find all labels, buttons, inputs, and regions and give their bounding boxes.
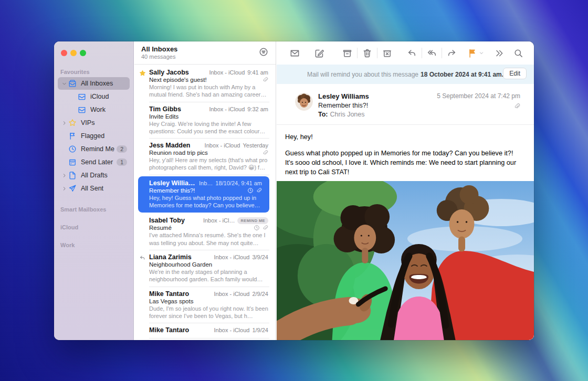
message-row-liana-zarimis[interactable]: Liana ZarimisInbox - iCloud3/9/24 Neighb… bbox=[134, 250, 276, 287]
sidebar-item-vips[interactable]: VIPs bbox=[58, 117, 130, 129]
zoom-window-button[interactable] bbox=[80, 50, 86, 56]
message-row-tim-gibbs[interactable]: Tim GibbsInbox - iCloud9:32 am Invite Ed… bbox=[134, 102, 276, 139]
message-row-isabel-toby[interactable]: Isabel TobyInbox - iCl…REMIND ME Resumé … bbox=[134, 214, 276, 250]
sidebar-item-remind-me[interactable]: Remind Me2 bbox=[58, 143, 130, 155]
paperclip-icon bbox=[262, 77, 268, 83]
message-date: Yesterday bbox=[243, 142, 268, 149]
more-toolbar-items-button[interactable] bbox=[489, 45, 509, 61]
message-list-header: All Inboxes 40 messages bbox=[134, 41, 276, 65]
chevron-down-icon[interactable] bbox=[60, 81, 68, 87]
message-date: 5 September 2024 at 7:42 pm bbox=[437, 92, 520, 100]
paperclip-icon bbox=[262, 225, 268, 231]
message-mailbox: Inbox - iCloud bbox=[205, 142, 240, 149]
close-window-button[interactable] bbox=[61, 50, 67, 56]
message-subject: Neighbourhood Garden bbox=[149, 261, 268, 268]
toolbar bbox=[277, 41, 534, 65]
message-sender: Tim Gibbs bbox=[149, 105, 206, 113]
body-paragraph: Guess what photo popped up in Memories f… bbox=[285, 149, 520, 177]
message-mailbox: Inbox - iCloud bbox=[209, 69, 245, 76]
message-row-mike-tantaro[interactable]: Mike TantaroInbox - iCloud2/9/24 Las Veg… bbox=[134, 287, 276, 324]
sidebar-section-icloud: iCloud bbox=[58, 224, 130, 230]
mailbox-icon-slot bbox=[68, 184, 77, 193]
reminder-date: 18 October 2024 at 9:41 am. bbox=[421, 71, 503, 78]
send-icon bbox=[68, 184, 77, 193]
paperclip-icon bbox=[256, 187, 262, 194]
chevron-right-icon[interactable] bbox=[60, 120, 68, 126]
sidebar-item-all-sent[interactable]: All Sent bbox=[58, 182, 130, 195]
sidebar-item-all-inboxes[interactable]: All Inboxes bbox=[58, 77, 130, 90]
chevron-down-icon bbox=[479, 50, 484, 56]
reply-all-button[interactable] bbox=[422, 45, 442, 61]
message-status-icons bbox=[247, 187, 262, 194]
mailbox-icon-slot bbox=[78, 92, 87, 101]
message-mailbox: Inbox - iCloud bbox=[214, 327, 250, 333]
message-meta: Inbox - iCloud9:41 am bbox=[209, 69, 268, 76]
chevron-down-icon bbox=[61, 81, 67, 87]
message-sender: Mike Tantaro bbox=[149, 290, 211, 298]
photo-attachment[interactable] bbox=[277, 181, 534, 340]
message-sender: Jess Madden bbox=[149, 142, 202, 149]
mailbox-icon-slot bbox=[68, 171, 77, 180]
message-row-lesley-williams[interactable]: Lesley WilliamsInb…18/10/24, 9:41 am Rem… bbox=[138, 176, 269, 213]
message-meta: Inb…18/10/24, 9:41 am bbox=[199, 180, 262, 186]
mailbox-icon-slot bbox=[68, 158, 77, 167]
window-controls bbox=[61, 50, 86, 56]
envelope-icon bbox=[290, 48, 300, 58]
search-button[interactable] bbox=[509, 45, 528, 61]
clock-icon bbox=[254, 225, 260, 231]
message-mailbox: Inbox - iCloud bbox=[214, 291, 250, 297]
minimize-window-button[interactable] bbox=[70, 50, 77, 56]
flag-button[interactable] bbox=[466, 45, 485, 61]
message-status-icons bbox=[254, 225, 268, 231]
sidebar-item-icloud[interactable]: iCloud bbox=[58, 90, 130, 103]
doc-icon bbox=[68, 171, 77, 179]
reply-button[interactable] bbox=[402, 45, 422, 61]
message-row-mike-tantaro[interactable]: Mike TantaroInbox - iCloud1/9/24 bbox=[134, 323, 276, 338]
message-header-meta: 5 September 2024 at 7:42 pm bbox=[437, 92, 520, 118]
message-row-jess-madden[interactable]: Jess MaddenInbox - iCloudYesterday Reuni… bbox=[134, 139, 276, 175]
message-subject: Next episode's guest! bbox=[149, 77, 262, 83]
compose-button[interactable] bbox=[310, 45, 329, 61]
forward-button[interactable] bbox=[442, 45, 461, 61]
chevron-right-icon[interactable] bbox=[60, 186, 68, 192]
message-list-pane: All Inboxes 40 messages Sally JacobsInbo… bbox=[134, 41, 276, 340]
message-subject: Resumé bbox=[149, 225, 254, 231]
message-row-sally-jacobs[interactable]: Sally JacobsInbox - iCloud9:41 am Next e… bbox=[134, 66, 276, 102]
message-meta: Inbox - iCl…REMIND ME bbox=[203, 217, 268, 224]
mailbox-icon-slot bbox=[68, 132, 77, 141]
message-meta: Inbox - iCloud1/9/24 bbox=[214, 327, 268, 333]
junk-button[interactable] bbox=[377, 45, 397, 61]
chevron-right-icon[interactable] bbox=[60, 173, 68, 178]
sidebar: FavouritesAll InboxesiCloudWorkVIPsFlagg… bbox=[54, 41, 134, 340]
archive-icon bbox=[342, 48, 352, 58]
flag-star-slot bbox=[138, 70, 147, 77]
mailbox-icon-slot bbox=[68, 79, 77, 88]
sidebar-section-smart-mailboxes: Smart Mailboxes bbox=[58, 206, 130, 213]
message-preview: Hey, y'all! Here are my selects (that's … bbox=[149, 156, 268, 172]
sidebar-item-label: Remind Me bbox=[81, 145, 117, 153]
sidebar-item-work[interactable]: Work bbox=[58, 103, 130, 116]
message-meta: Inbox - iCloud3/9/24 bbox=[214, 254, 268, 260]
chevron-right-icon bbox=[61, 186, 67, 192]
message-preview: Dude, I'm so jealous of you right now. I… bbox=[149, 305, 268, 320]
reply-arrow-icon bbox=[139, 255, 146, 261]
replied-slot bbox=[138, 255, 147, 261]
message-header-main: Lesley Williams Remember this?! To:Chris… bbox=[318, 92, 437, 118]
mailbox-icon-slot bbox=[68, 145, 77, 154]
message-mailbox: Inbox - iCloud bbox=[209, 106, 245, 112]
delete-button[interactable] bbox=[358, 45, 377, 61]
message-subject: Remember this?! bbox=[318, 102, 437, 109]
filter-button[interactable] bbox=[259, 47, 268, 57]
message-date: 2/9/24 bbox=[252, 291, 268, 297]
sidebar-item-send-later[interactable]: Send Later1 bbox=[58, 156, 130, 168]
sidebar-item-flagged[interactable]: Flagged bbox=[58, 130, 130, 142]
message-subject: Remember this?! bbox=[149, 187, 247, 194]
message-mailbox: Inbox - iCloud bbox=[214, 254, 250, 260]
get-mail-button[interactable] bbox=[285, 45, 304, 61]
archive-button[interactable] bbox=[338, 45, 357, 61]
message-preview: Morning! I was put in touch with Amy by … bbox=[149, 83, 268, 99]
reply-all-icon bbox=[427, 48, 437, 58]
edit-reminder-button[interactable]: Edit bbox=[503, 68, 527, 79]
message-sender: Isabel Toby bbox=[149, 217, 200, 224]
sidebar-item-all-drafts[interactable]: All Drafts bbox=[58, 169, 130, 182]
